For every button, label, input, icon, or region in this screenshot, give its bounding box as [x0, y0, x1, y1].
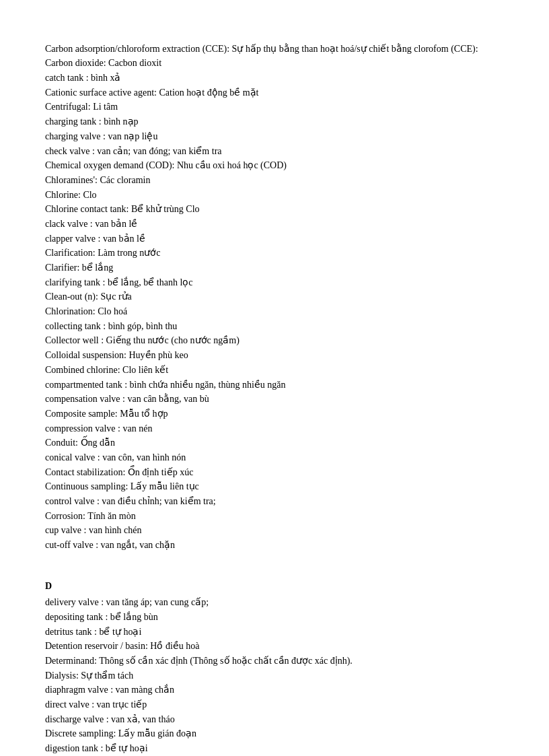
term-line: charging valve : van nạp liệu — [45, 129, 504, 144]
term-line: Cationic surface active agent: Cation ho… — [45, 85, 504, 100]
term-line: Corrosion: Tính ăn mòn — [45, 509, 504, 524]
term-line: check valve : van cản; van đóng; van kiể… — [45, 144, 504, 159]
term-line: Dialysis: Sự thẩm tách — [45, 668, 504, 683]
term-line: Discrete sampling: Lấy mẫu gián đoạn — [45, 726, 504, 741]
term-line: Colloidal suspension: Huyền phù keo — [45, 348, 504, 363]
term-line: diaphragm valve : van màng chắn — [45, 683, 504, 697]
term-line: Centrifugal: Li tâm — [45, 100, 504, 114]
term-line: Carbon adsorption/chloroform extraction … — [45, 42, 504, 57]
term-line: collecting tank : bình góp, bình thu — [45, 319, 504, 334]
term-line: cup valve : van hình chén — [45, 523, 504, 538]
term-line: Combined chlorine: Clo liên kết — [45, 363, 504, 378]
term-line: conical valve : van côn, van hình nón — [45, 450, 504, 465]
term-line: depositing tank : bể lắng bùn — [45, 610, 504, 625]
term-line: Chemical oxygen demand (COD): Nhu cầu ox… — [45, 158, 504, 173]
term-line: detritus tank : bể tự hoại — [45, 625, 504, 640]
term-line: Continuous sampling: Lấy mẫu liên tục — [45, 479, 504, 494]
term-line: Chlorine contact tank: Bể khử trùng Clo — [45, 202, 504, 217]
term-line: Collector well : Giếng thu nước (cho nướ… — [45, 333, 504, 348]
term-line: Detention reservoir / basin: Hồ điều hoà — [45, 639, 504, 654]
term-line: Contact stabilization: Ổn định tiếp xúc — [45, 465, 504, 480]
term-line: Clarifier: bể lắng — [45, 261, 504, 275]
term-line: Composite sample: Mẫu tổ hợp — [45, 407, 504, 421]
term-line: Determinand: Thông số cần xác định (Thôn… — [45, 654, 504, 668]
term-line: Carbon dioxide: Cacbon dioxit — [45, 56, 504, 71]
term-line: clarifying tank : bể lắng, bể thanh lọc — [45, 275, 504, 290]
term-line: clack valve : van bản lề — [45, 217, 504, 232]
spacer — [45, 553, 504, 568]
term-line: Chlorination: Clo hoá — [45, 304, 504, 319]
term-line: Clarification: Làm trong nước — [45, 246, 504, 261]
section-header-d: D — [45, 579, 504, 594]
term-line: compensation valve : van cân bằng, van b… — [45, 392, 504, 407]
term-line: Chlorine: Clo — [45, 188, 504, 203]
term-line: Clean-out (n): Sục rửa — [45, 289, 504, 304]
term-line: digestion tank : bể tự hoại — [45, 741, 504, 756]
term-line: compartmented tank : bình chứa nhiều ngă… — [45, 378, 504, 392]
term-line: discharge valve : van xả, van tháo — [45, 712, 504, 727]
main-content: Carbon adsorption/chloroform extraction … — [45, 27, 504, 756]
term-line: delivery valve : van tăng áp; van cung c… — [45, 595, 504, 610]
term-line: clapper valve : van bản lề — [45, 232, 504, 246]
term-line: control valve : van điều chỉnh; van kiểm… — [45, 494, 504, 509]
term-line: compression valve : van nén — [45, 421, 504, 436]
term-line: Conduit: Ống dẫn — [45, 436, 504, 450]
term-line: cut-off valve : van ngắt, van chặn — [45, 538, 504, 553]
term-line: catch tank : bình xả — [45, 71, 504, 85]
term-line: Chloramines': Các cloramin — [45, 173, 504, 188]
term-line: charging tank : bình nạp — [45, 114, 504, 129]
term-line: direct valve : van trục tiếp — [45, 697, 504, 712]
